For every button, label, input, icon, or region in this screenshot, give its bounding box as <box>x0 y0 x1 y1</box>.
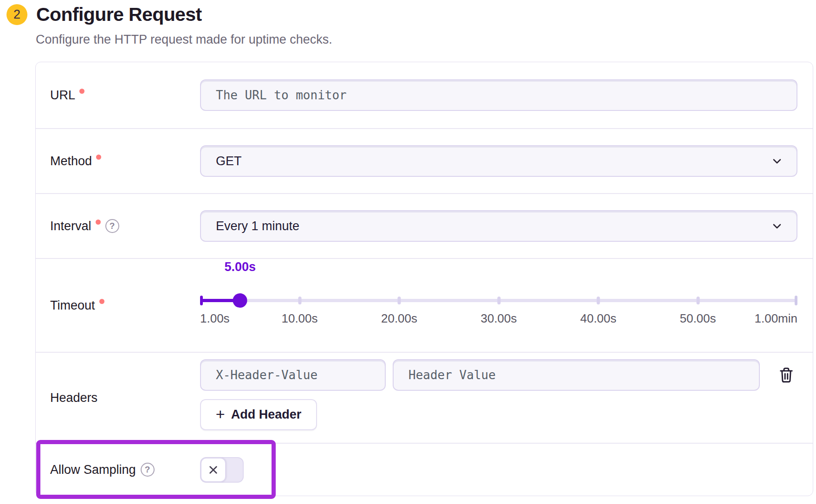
url-row: URL <box>36 62 813 128</box>
slider-tick-label: 30.00s <box>480 311 517 326</box>
headers-label-group: Headers <box>36 391 200 405</box>
interval-select[interactable]: Every 1 minute <box>200 210 797 242</box>
header-name-input[interactable] <box>200 359 386 391</box>
timeout-slider[interactable]: 5.00s 1.00s10.00s20.00s30.00s40.00s50.00… <box>200 259 797 352</box>
help-icon[interactable]: ? <box>141 463 155 477</box>
slider-tick-label: 40.00s <box>580 311 616 326</box>
timeout-row: Timeout 5.00s 1.00s10.00s20.00s30.00s40.… <box>36 258 813 352</box>
required-indicator <box>96 220 101 225</box>
slider-tick-label: 10.00s <box>281 311 317 326</box>
chevron-down-icon <box>771 220 784 233</box>
page-title: Configure Request <box>36 4 202 26</box>
add-header-label: Add Header <box>231 407 302 422</box>
slider-tick-label: 1.00min <box>755 311 798 326</box>
timeout-value-label: 5.00s <box>224 260 256 274</box>
interval-selected-value: Every 1 minute <box>216 219 299 233</box>
x-icon <box>207 464 220 476</box>
header-value-input[interactable] <box>393 359 760 391</box>
headers-row: Headers + Add Header <box>36 352 813 443</box>
slider-tick-label: 1.00s <box>200 311 230 326</box>
timeout-label-group: Timeout <box>36 298 200 313</box>
method-select[interactable]: GET <box>200 145 797 177</box>
method-label-group: Method <box>36 154 200 168</box>
interval-label: Interval <box>50 219 91 233</box>
url-input[interactable] <box>200 79 797 111</box>
toggle-thumb[interactable] <box>201 458 226 482</box>
configure-request-form: URL Method GET Interval ? <box>35 62 813 496</box>
slider-end-cap <box>795 296 797 305</box>
slider-thumb[interactable] <box>233 293 247 308</box>
required-indicator <box>79 89 84 94</box>
slider-tick <box>597 297 600 304</box>
slider-tick <box>497 297 500 304</box>
method-label: Method <box>50 154 92 168</box>
slider-tick <box>398 297 401 304</box>
url-label: URL <box>50 88 75 103</box>
method-selected-value: GET <box>216 154 242 168</box>
slider-tick <box>696 297 699 304</box>
slider-tick-labels: 1.00s10.00s20.00s30.00s40.00s50.00s1.00m… <box>200 311 797 326</box>
page-subtitle: Configure the HTTP request made for upti… <box>36 32 332 47</box>
required-indicator <box>99 299 104 304</box>
slider-start-cap <box>200 296 203 305</box>
interval-row: Interval ? Every 1 minute <box>36 193 813 258</box>
method-row: Method GET <box>36 128 813 193</box>
chevron-down-icon <box>771 155 784 168</box>
required-indicator <box>96 155 101 160</box>
slider-tick <box>298 297 301 304</box>
header-entry-row <box>200 359 797 391</box>
step-header: 2 Configure Request <box>6 4 202 26</box>
step-number-badge: 2 <box>6 4 27 25</box>
interval-label-group: Interval ? <box>36 219 200 233</box>
slider-tick-label: 20.00s <box>381 311 417 326</box>
delete-header-button[interactable] <box>775 364 797 386</box>
headers-label: Headers <box>50 391 97 405</box>
allow-sampling-toggle[interactable] <box>200 457 244 483</box>
allow-sampling-row: Allow Sampling ? <box>36 443 813 496</box>
add-header-button[interactable]: + Add Header <box>200 399 317 430</box>
plus-icon: + <box>216 406 225 422</box>
slider-tick-label: 50.00s <box>680 311 716 326</box>
allow-sampling-label: Allow Sampling <box>50 463 136 477</box>
step-number: 2 <box>13 7 20 22</box>
help-icon[interactable]: ? <box>105 219 119 233</box>
url-label-group: URL <box>36 88 200 103</box>
trash-icon <box>778 367 794 383</box>
timeout-label: Timeout <box>50 298 95 313</box>
allow-sampling-label-group: Allow Sampling ? <box>36 463 200 477</box>
